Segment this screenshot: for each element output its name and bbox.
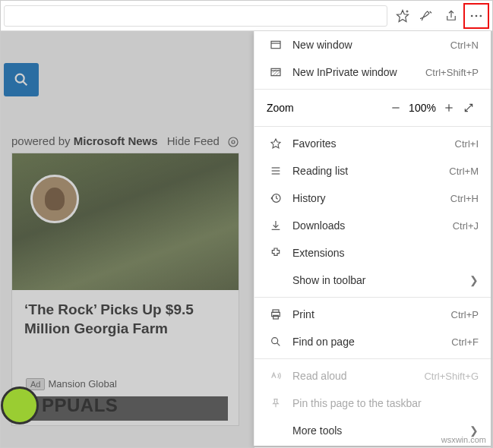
zoom-out-button[interactable] bbox=[386, 98, 406, 118]
search-icon bbox=[267, 336, 285, 348]
source-watermark: wsxwin.com bbox=[441, 435, 486, 444]
hide-feed-link[interactable]: Hide Feed bbox=[167, 134, 220, 147]
settings-cog-icon[interactable] bbox=[227, 136, 239, 148]
more-icon[interactable] bbox=[463, 3, 489, 29]
watermark-logo: PPUALS bbox=[1, 386, 118, 424]
svg-rect-10 bbox=[271, 41, 280, 48]
news-card[interactable]: ‘The Rock’ Picks Up $9.5 Million Georgia… bbox=[11, 153, 239, 426]
svg-line-27 bbox=[277, 343, 280, 346]
svg-point-4 bbox=[476, 14, 478, 17]
menu-find-on-page[interactable]: Find on page Ctrl+F bbox=[254, 328, 491, 355]
notes-icon[interactable] bbox=[415, 4, 439, 28]
browser-toolbar bbox=[1, 1, 492, 31]
download-icon bbox=[267, 219, 285, 232]
read-aloud-icon bbox=[267, 370, 285, 382]
menu-favorites[interactable]: Favorites Ctrl+I bbox=[254, 130, 491, 157]
menu-reading-list[interactable]: Reading list Ctrl+M bbox=[254, 157, 491, 185]
zoom-percent: 100% bbox=[406, 102, 439, 114]
chevron-right-icon: ❯ bbox=[465, 274, 479, 286]
svg-line-7 bbox=[23, 81, 27, 85]
svg-point-5 bbox=[480, 14, 482, 17]
svg-point-8 bbox=[232, 140, 235, 144]
inprivate-icon bbox=[267, 66, 285, 78]
svg-point-3 bbox=[471, 14, 473, 17]
pin-icon bbox=[267, 397, 285, 409]
svg-point-9 bbox=[229, 137, 238, 147]
history-icon bbox=[267, 192, 285, 204]
window-icon bbox=[267, 39, 285, 51]
zoom-in-button[interactable] bbox=[439, 98, 459, 118]
favorites-star-icon[interactable] bbox=[390, 4, 415, 28]
settings-menu: New window Ctrl+N New InPrivate window C… bbox=[254, 31, 491, 446]
extensions-icon bbox=[267, 247, 285, 259]
reading-list-icon bbox=[267, 165, 285, 177]
menu-show-in-toolbar[interactable]: Show in toolbar ❯ bbox=[254, 267, 491, 294]
svg-rect-25 bbox=[273, 315, 279, 319]
news-card-image bbox=[12, 153, 239, 290]
menu-zoom: Zoom 100% bbox=[254, 93, 491, 123]
powered-by-brand: Microsoft News bbox=[74, 134, 158, 147]
avatar bbox=[30, 175, 79, 223]
menu-new-window[interactable]: New window Ctrl+N bbox=[254, 31, 491, 58]
menu-print[interactable]: Print Ctrl+P bbox=[254, 301, 491, 328]
svg-marker-0 bbox=[397, 10, 409, 21]
print-icon bbox=[267, 308, 285, 320]
powered-by-label: powered by bbox=[11, 134, 74, 147]
menu-downloads[interactable]: Downloads Ctrl+J bbox=[254, 212, 491, 239]
news-headline: ‘The Rock’ Picks Up $9.5 Million Georgia… bbox=[12, 290, 239, 349]
fullscreen-button[interactable] bbox=[459, 98, 479, 118]
svg-point-26 bbox=[272, 338, 278, 344]
address-bar[interactable] bbox=[4, 5, 387, 27]
svg-marker-17 bbox=[271, 139, 280, 148]
menu-read-aloud: Read aloud Ctrl+Shift+G bbox=[254, 362, 491, 390]
menu-pin-taskbar: Pin this page to the taskbar bbox=[254, 390, 491, 417]
menu-new-inprivate[interactable]: New InPrivate window Ctrl+Shift+P bbox=[254, 58, 491, 86]
menu-extensions[interactable]: Extensions bbox=[254, 239, 491, 267]
share-icon[interactable] bbox=[439, 4, 463, 28]
svg-point-6 bbox=[16, 74, 24, 83]
menu-history[interactable]: History Ctrl+H bbox=[254, 185, 491, 212]
zoom-label: Zoom bbox=[267, 102, 386, 114]
search-button[interactable] bbox=[4, 63, 39, 96]
star-icon bbox=[267, 137, 285, 150]
